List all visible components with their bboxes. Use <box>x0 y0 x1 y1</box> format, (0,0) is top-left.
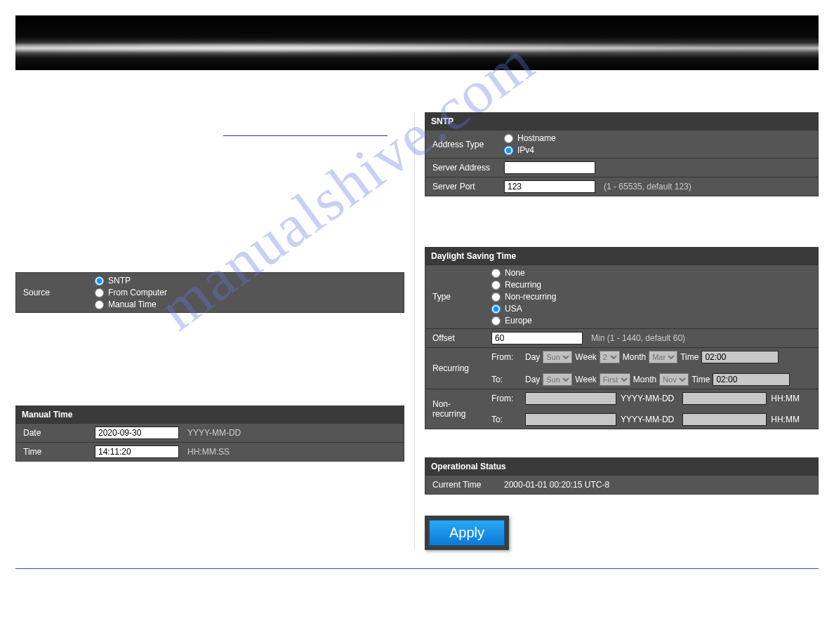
rec-from-prefix: From: <box>491 352 522 362</box>
source-panel: Source SNTP From Computer Ma <box>15 272 404 313</box>
rec-time-label-2: Time <box>691 375 710 384</box>
sntp-addr-type-label: Address Type <box>425 130 498 158</box>
rec-month-label: Month <box>623 352 646 362</box>
sntp-panel: SNTP Address Type Hostname IPv4 <box>425 112 819 196</box>
rec-month-label-2: Month <box>633 375 656 384</box>
dst-type-usa-label: USA <box>505 304 522 314</box>
nrec-to-date-input[interactable] <box>525 413 616 426</box>
nrec-time-hint-2: HH:MM <box>771 415 800 424</box>
header-banner <box>15 15 819 70</box>
rec-to-time-input[interactable] <box>713 373 790 386</box>
operational-status-panel: Operational Status Current Time 2000-01-… <box>425 457 819 495</box>
dst-type-label: Type <box>425 265 486 328</box>
dst-radio-europe[interactable] <box>491 316 501 326</box>
addr-type-radio-hostname[interactable] <box>504 134 513 143</box>
rec-from-week-select[interactable]: 2 <box>600 351 620 363</box>
dst-recurring-label: Recurring <box>425 348 486 389</box>
top-link-underline <box>223 125 388 136</box>
dst-type-none[interactable]: None <box>491 268 556 278</box>
dst-type-recurring-label: Recurring <box>505 280 541 290</box>
rec-to-prefix: To: <box>491 375 522 384</box>
dst-nonrecurring-label: Non-recurring <box>425 389 486 429</box>
source-radio-manual[interactable] <box>95 300 104 309</box>
rec-to-month-select[interactable]: Nov <box>659 373 689 386</box>
dst-type-nonrecurring-label: Non-recurring <box>505 292 556 302</box>
nrec-from-time-input[interactable] <box>682 392 767 405</box>
source-option-manual-label: Manual Time <box>108 300 157 309</box>
nrec-from-prefix: From: <box>491 394 521 403</box>
sntp-server-address-input[interactable] <box>504 161 595 174</box>
rec-week-label-2: Week <box>575 375 596 384</box>
nrec-from-date-input[interactable] <box>525 392 616 405</box>
addr-type-ipv4-label: IPv4 <box>517 145 534 155</box>
dst-offset-label: Offset <box>425 329 486 347</box>
manual-date-label: Date <box>16 424 89 442</box>
rec-week-label: Week <box>575 352 596 362</box>
nrec-time-hint-1: HH:MM <box>771 394 800 403</box>
dst-type-none-label: None <box>505 268 525 278</box>
rec-to-day-select[interactable]: Sun <box>543 373 572 386</box>
rec-time-label: Time <box>680 352 699 362</box>
source-option-manual[interactable]: Manual Time <box>95 300 167 309</box>
dst-offset-input[interactable] <box>491 332 583 344</box>
dst-type-europe[interactable]: Europe <box>491 316 556 326</box>
dst-radio-usa[interactable] <box>491 304 501 314</box>
manual-time-label: Time <box>16 443 89 461</box>
manual-date-input[interactable] <box>95 427 179 439</box>
nrec-date-hint-1: YYYY-MM-DD <box>621 394 674 403</box>
addr-type-ipv4[interactable]: IPv4 <box>504 145 556 155</box>
sntp-server-address-label: Server Address <box>425 159 498 177</box>
nrec-to-time-input[interactable] <box>682 413 767 426</box>
dst-type-recurring[interactable]: Recurring <box>491 280 556 290</box>
manual-time-header: Manual Time <box>16 406 404 423</box>
sntp-header: SNTP <box>425 113 818 130</box>
rec-day-label: Day <box>525 352 540 362</box>
dst-radio-none[interactable] <box>491 269 501 278</box>
addr-type-radio-ipv4[interactable] <box>504 146 513 155</box>
rec-from-month-select[interactable]: Mar <box>649 351 677 363</box>
dst-radio-recurring[interactable] <box>491 281 501 290</box>
bottom-separator <box>15 568 819 569</box>
rec-day-label-2: Day <box>525 375 540 384</box>
rec-from-day-select[interactable]: Sun <box>543 351 572 363</box>
apply-button-label: Apply <box>429 520 505 546</box>
dst-panel: Daylight Saving Time Type None Recurring… <box>425 247 819 429</box>
sntp-server-port-hint: (1 - 65535, default 123) <box>600 182 691 192</box>
source-option-from-computer[interactable]: From Computer <box>95 288 167 297</box>
sntp-server-port-input[interactable] <box>504 180 595 193</box>
source-radio-sntp[interactable] <box>95 276 104 286</box>
manual-time-hint: HH:MM:SS <box>183 447 230 457</box>
source-radio-from-computer[interactable] <box>95 288 104 297</box>
rec-from-time-input[interactable] <box>701 351 779 363</box>
addr-type-hostname-label: Hostname <box>517 133 556 143</box>
dst-type-usa[interactable]: USA <box>491 304 556 314</box>
dst-type-nonrecurring[interactable]: Non-recurring <box>491 292 556 302</box>
addr-type-hostname[interactable]: Hostname <box>504 133 556 143</box>
source-option-sntp-label: SNTP <box>108 276 131 286</box>
manual-time-input[interactable] <box>95 445 179 458</box>
manual-date-hint: YYYY-MM-DD <box>183 428 241 438</box>
source-option-sntp[interactable]: SNTP <box>95 276 167 286</box>
dst-radio-nonrecurring[interactable] <box>491 293 501 302</box>
source-option-from-computer-label: From Computer <box>108 288 167 297</box>
operational-status-header: Operational Status <box>425 458 818 475</box>
rec-to-week-select[interactable]: First <box>600 373 630 386</box>
current-time-value: 2000-01-01 00:20:15 UTC-8 <box>504 480 609 490</box>
current-time-label: Current Time <box>425 476 498 494</box>
dst-type-europe-label: Europe <box>505 316 532 326</box>
source-label: Source <box>16 273 89 312</box>
nrec-to-prefix: To: <box>491 415 521 424</box>
dst-offset-hint: Min (1 - 1440, default 60) <box>587 333 685 343</box>
dst-header: Daylight Saving Time <box>425 248 818 264</box>
apply-button[interactable]: Apply <box>425 516 509 550</box>
nrec-date-hint-2: YYYY-MM-DD <box>621 415 674 424</box>
manual-time-panel: Manual Time Date YYYY-MM-DD Time HH:MM:S… <box>15 405 404 462</box>
column-separator <box>414 112 415 550</box>
sntp-server-port-label: Server Port <box>425 177 498 196</box>
